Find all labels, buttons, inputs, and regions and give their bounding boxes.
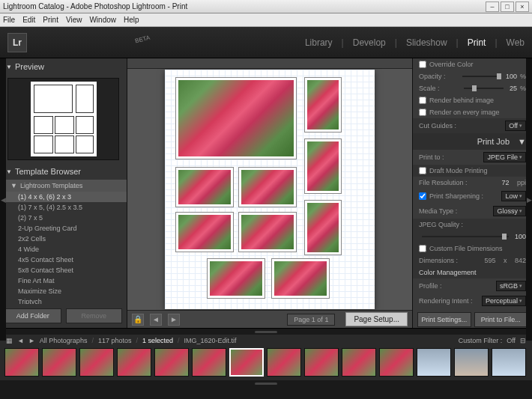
thumbnail[interactable] [267,348,301,377]
thumbnail[interactable] [454,348,489,377]
media-type-dropdown[interactable]: Glossy▾ [493,206,526,216]
filmstrip-thumbs[interactable] [0,347,532,380]
filter-lock-icon[interactable]: ⊟ [520,337,526,344]
module-develop[interactable]: Develop [353,37,386,48]
jpeg-quality-label: JPEG Quality : [419,221,526,228]
print-job-header[interactable]: Print Job ▼ [413,133,532,150]
custom-filter-label: Custom Filter : [459,337,503,344]
thumbnail[interactable] [379,348,414,377]
bottom-handle[interactable] [0,380,532,386]
maximize-button[interactable]: □ [501,1,514,12]
template-group-lightroom[interactable]: ▼Lightroom Templates [0,180,127,192]
menu-file[interactable]: File [3,16,15,24]
template-item[interactable]: 2-Up Greeting Card [0,223,127,234]
sharpening-label: Print Sharpening : [429,192,498,200]
thumbnail[interactable] [4,348,39,377]
nav-back-icon[interactable]: ◄ [17,337,24,344]
page-setup-button[interactable]: Page Setup... [345,312,408,326]
photo-cell[interactable] [238,212,297,252]
thumbnail[interactable] [417,348,451,377]
module-slideshow[interactable]: Slideshow [406,37,447,48]
nav-fwd-icon[interactable]: ► [28,337,35,344]
prev-page-button[interactable]: ◄ [150,314,162,326]
template-item[interactable]: 5x8 Contact Sheet [0,265,127,275]
thumbnail[interactable] [42,348,76,377]
file-res-value[interactable]: 72 [501,179,509,186]
photo-cell[interactable] [304,200,342,255]
photo-cell[interactable] [271,258,330,299]
right-edge-toggle[interactable]: ▶ [526,58,532,341]
template-item[interactable]: (2) 7 x 5 [0,213,127,223]
print-to-dropdown[interactable]: JPEG File▾ [483,152,526,162]
add-folder-button[interactable]: Add Folder [4,308,61,323]
sharpening-checkbox[interactable] [419,192,426,200]
preview-header[interactable]: ▼ Preview [0,58,127,75]
thumbnail[interactable] [192,348,226,377]
print-settings-button[interactable]: Print Settings... [417,312,471,327]
photo-cell[interactable] [304,77,342,133]
print-to-label: Print to : [419,153,480,161]
thumbnail[interactable] [304,348,339,377]
dim-height[interactable]: 842 [515,257,526,264]
print-to-file-button[interactable]: Print to File... [474,312,528,327]
template-item[interactable]: (1) 7 x 5, (4) 2.5 x 3.5 [0,202,127,213]
dimensions-label: Dimensions : [419,257,481,264]
center-toolbar: 🔒 ◄ ► Page 1 of 1 Page Setup... [127,310,412,328]
minimize-button[interactable]: – [486,1,499,12]
override-color-checkbox[interactable] [419,61,426,68]
photo-cell[interactable] [304,138,342,194]
custom-filter-value[interactable]: Off [507,337,516,344]
canvas-viewport[interactable] [127,69,412,310]
module-web[interactable]: Web [507,37,525,48]
media-type-label: Media Type : [419,207,490,215]
grid-icon[interactable]: ▦ [6,337,13,344]
custom-dim-label: Custom File Dimensions [429,245,503,252]
draft-mode-checkbox[interactable] [419,167,426,174]
module-library[interactable]: Library [305,37,333,48]
render-every-checkbox[interactable] [419,109,426,116]
photo-cell[interactable] [175,212,234,252]
thumbnail[interactable] [342,348,376,377]
override-color-label: Override Color [429,61,526,68]
template-item[interactable]: Maximize Size [0,286,127,296]
cut-guides-dropdown[interactable]: Off▾ [505,121,526,131]
next-page-button[interactable]: ► [168,314,180,326]
right-panel: Override Color Opacity :100% Scale :25% … [412,58,532,328]
render-behind-checkbox[interactable] [419,97,426,104]
photo-cell[interactable] [238,167,297,207]
template-item[interactable]: 4 Wide [0,244,127,255]
thumbnail[interactable] [117,348,151,377]
thumbnail-selected[interactable] [229,348,264,377]
profile-dropdown[interactable]: sRGB▾ [496,281,526,291]
filmstrip-handle[interactable] [0,329,532,335]
opacity-value: 100 [506,73,517,80]
template-item[interactable]: 4x5 Contact Sheet [0,255,127,265]
intent-dropdown[interactable]: Perceptual▾ [482,296,526,306]
lock-icon[interactable]: 🔒 [132,314,144,326]
template-browser-header[interactable]: ▼ Template Browser [0,163,127,180]
custom-dim-checkbox[interactable] [419,245,426,252]
template-item[interactable]: Fine Art Mat [0,275,127,286]
template-item[interactable]: (1) 4 x 6, (6) 2 x 3 [0,192,127,202]
scale-slider[interactable] [464,88,503,89]
template-item[interactable]: Triptych [0,296,127,304]
opacity-slider[interactable] [462,76,500,77]
photo-cell[interactable] [207,258,265,299]
thumbnail[interactable] [492,348,526,377]
template-item[interactable]: 2x2 Cells [0,234,127,244]
print-page[interactable] [165,70,375,309]
photo-cell[interactable] [175,167,234,207]
module-print[interactable]: Print [468,37,486,48]
thumbnail[interactable] [79,348,114,377]
close-button[interactable]: × [516,1,529,12]
breadcrumb-source[interactable]: All Photographs [40,337,88,344]
photo-cell[interactable] [175,77,297,159]
remove-button[interactable]: Remove [66,308,123,323]
jpeg-quality-slider[interactable] [422,236,509,237]
left-edge-toggle[interactable]: ◀ [0,58,6,341]
sharpening-dropdown[interactable]: Low▾ [501,191,526,201]
dim-width[interactable]: 595 [484,257,495,264]
scale-label: Scale : [419,85,458,92]
photo-count: 117 photos [98,337,132,344]
thumbnail[interactable] [154,348,189,377]
